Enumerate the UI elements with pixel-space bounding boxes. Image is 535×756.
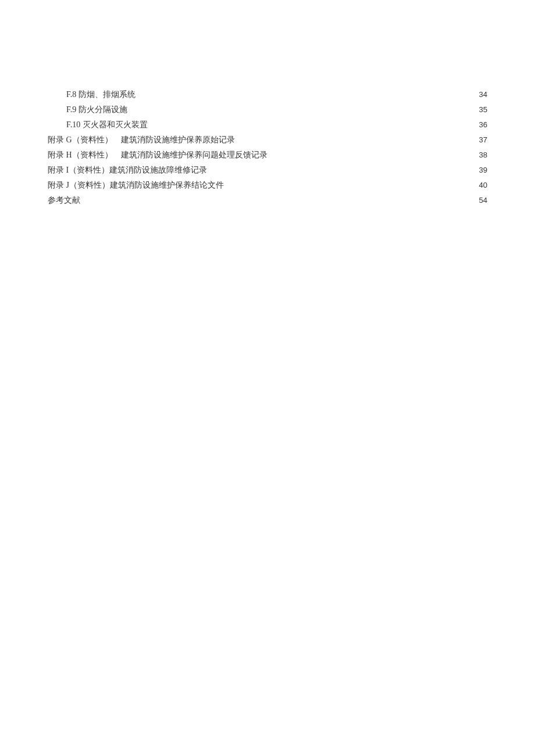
toc-leader-dots bbox=[236, 134, 478, 142]
toc-leader-dots bbox=[81, 195, 478, 203]
toc-page-number: 34 bbox=[479, 87, 487, 102]
toc-entry: F.8 防烟、排烟系统 34 bbox=[48, 87, 487, 102]
toc-label: 附录 G（资料性） 建筑消防设施维护保养原始记录 bbox=[48, 132, 235, 148]
toc-label: F.8 防烟、排烟系统 bbox=[66, 87, 135, 102]
toc-label: 附录 H（资料性） 建筑消防设施维护保养问题处理反馈记录 bbox=[48, 148, 268, 163]
toc-entry: F.10 灭火器和灭火装置 36 bbox=[48, 117, 487, 132]
toc-page-number: 40 bbox=[479, 178, 487, 193]
toc-leader-dots bbox=[149, 119, 478, 127]
toc-leader-dots bbox=[129, 104, 478, 112]
toc-entry: 附录 I（资料性）建筑消防设施故障维修记录 39 bbox=[48, 163, 487, 178]
toc-leader-dots bbox=[225, 180, 478, 188]
toc-label: F.9 防火分隔设施 bbox=[66, 102, 127, 117]
toc-label: 参考文献 bbox=[48, 193, 80, 208]
toc-page-number: 37 bbox=[479, 132, 487, 148]
toc-page-number: 36 bbox=[479, 117, 487, 132]
toc-entry: 附录 G（资料性） 建筑消防设施维护保养原始记录 37 bbox=[48, 132, 487, 148]
toc-leader-dots bbox=[137, 89, 478, 97]
toc-label: 附录 J（资料性）建筑消防设施维护保养结论文件 bbox=[48, 178, 224, 193]
toc-page-number: 38 bbox=[479, 148, 487, 163]
toc-entry: 参考文献 54 bbox=[48, 193, 487, 208]
toc-label: F.10 灭火器和灭火装置 bbox=[66, 117, 148, 132]
toc-page-number: 35 bbox=[479, 102, 487, 117]
toc-entry: 附录 H（资料性） 建筑消防设施维护保养问题处理反馈记录 38 bbox=[48, 148, 487, 163]
toc-page-number: 54 bbox=[479, 193, 487, 208]
toc-entry: F.9 防火分隔设施 35 bbox=[48, 102, 487, 117]
toc-leader-dots bbox=[208, 164, 477, 173]
toc-label: 附录 I（资料性）建筑消防设施故障维修记录 bbox=[48, 163, 207, 178]
toc-leader-dots bbox=[269, 149, 478, 157]
table-of-contents: F.8 防烟、排烟系统 34 F.9 防火分隔设施 35 F.10 灭火器和灭火… bbox=[48, 87, 487, 208]
toc-entry: 附录 J（资料性）建筑消防设施维护保养结论文件 40 bbox=[48, 178, 487, 193]
toc-page-number: 39 bbox=[479, 163, 487, 178]
